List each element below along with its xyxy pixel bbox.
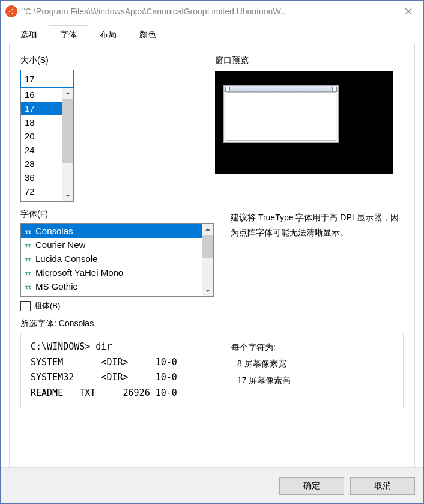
size-option[interactable]: 18	[21, 115, 62, 129]
chevron-down-icon	[65, 193, 70, 198]
ok-button[interactable]: 确定	[279, 477, 344, 495]
char-height: 17 屏幕像素高	[231, 372, 291, 389]
font-option-label: Consolas	[35, 224, 73, 238]
size-listbox[interactable]: 1617182024283672	[20, 88, 74, 202]
ubuntu-icon	[5, 5, 17, 17]
font-sample: C:\WINDOWS> dir SYSTEM <DIR> 10-0 SYSTEM…	[31, 339, 214, 401]
tab-strip: 选项字体布局颜色	[9, 25, 415, 44]
size-option[interactable]: 17	[21, 102, 62, 115]
scroll-thumb[interactable]	[62, 99, 73, 163]
bold-label: 粗体(B)	[34, 300, 60, 311]
sample-group: 所选字体: Consolas C:\WINDOWS> dir SYSTEM <D…	[20, 318, 404, 408]
truetype-icon: ᴛᴛ	[25, 241, 33, 249]
dialog-body: 选项字体布局颜色 大小(S) 1617182024283672	[1, 22, 423, 467]
chevron-up-icon	[205, 227, 210, 232]
preview-window-titlebar	[224, 86, 338, 92]
size-option[interactable]: 20	[21, 129, 62, 143]
font-option[interactable]: ᴛᴛCourier New	[21, 238, 202, 252]
char-metrics-title: 每个字符为:	[231, 339, 291, 356]
bold-checkbox[interactable]	[20, 301, 31, 311]
size-label: 大小(S)	[20, 55, 198, 66]
font-option[interactable]: ᴛᴛConsolas	[21, 224, 202, 238]
tab-0[interactable]: 选项	[9, 25, 49, 44]
preview-window-frame	[223, 85, 339, 143]
truetype-icon: ᴛᴛ	[25, 269, 33, 276]
svg-point-0	[9, 10, 11, 12]
font-option[interactable]: ᴛᴛMicrosoft YaHei Mono	[21, 266, 202, 279]
preview-label: 窗口预览	[215, 55, 404, 66]
window-title: "C:\Program Files\WindowsApps\CanonicalG…	[22, 7, 395, 16]
svg-text:ᴛᴛ: ᴛᴛ	[25, 270, 31, 276]
window-preview	[215, 71, 393, 174]
chevron-down-icon	[205, 288, 210, 293]
scroll-down-button[interactable]	[202, 285, 213, 296]
font-option[interactable]: ᴛᴛLucida Console	[21, 252, 202, 266]
truetype-icon: ᴛᴛ	[25, 255, 33, 263]
size-option[interactable]: 36	[21, 171, 62, 184]
button-bar: 确定 取消	[1, 467, 423, 503]
titlebar: "C:\Program Files\WindowsApps\CanonicalG…	[1, 1, 423, 22]
tab-1[interactable]: 字体	[49, 25, 88, 44]
size-option[interactable]: 28	[21, 157, 62, 171]
font-label: 字体(F)	[20, 209, 214, 220]
font-option-label: Microsoft YaHei Mono	[35, 266, 123, 279]
scroll-down-button[interactable]	[62, 190, 73, 201]
scroll-thumb[interactable]	[202, 235, 213, 258]
font-option[interactable]: ᴛᴛMS Gothic	[21, 279, 202, 293]
cancel-button[interactable]: 取消	[350, 477, 415, 495]
svg-point-1	[12, 8, 14, 10]
svg-text:ᴛᴛ: ᴛᴛ	[25, 284, 31, 290]
properties-dialog: "C:\Program Files\WindowsApps\CanonicalG…	[0, 0, 424, 504]
preview-window-body	[226, 92, 336, 141]
scroll-up-button[interactable]	[202, 224, 213, 235]
font-group: 字体(F) ᴛᴛConsolasᴛᴛCourier NewᴛᴛLucida Co…	[20, 209, 214, 311]
tab-2[interactable]: 布局	[88, 25, 128, 44]
size-option[interactable]: 16	[21, 88, 62, 102]
size-option[interactable]: 24	[21, 143, 62, 157]
char-metrics: 每个字符为: 8 屏幕像素宽 17 屏幕像素高	[231, 339, 291, 401]
scroll-track[interactable]	[62, 99, 73, 190]
font-option-label: Courier New	[35, 238, 85, 252]
scroll-track[interactable]	[202, 235, 213, 285]
close-button[interactable]	[395, 2, 422, 21]
sample-label: 所选字体: Consolas	[20, 318, 404, 329]
size-input[interactable]	[20, 70, 74, 88]
tab-panel-font: 大小(S) 1617182024283672 窗口预览	[9, 44, 415, 467]
char-width: 8 屏幕像素宽	[231, 356, 291, 372]
svg-text:ᴛᴛ: ᴛᴛ	[25, 257, 31, 263]
close-icon	[405, 8, 412, 15]
scroll-up-button[interactable]	[62, 88, 73, 99]
truetype-icon: ᴛᴛ	[25, 283, 33, 290]
font-listbox[interactable]: ᴛᴛConsolasᴛᴛCourier NewᴛᴛLucida Consoleᴛ…	[20, 223, 214, 297]
font-option-label: Lucida Console	[35, 252, 97, 266]
svg-text:ᴛᴛ: ᴛᴛ	[25, 243, 31, 249]
font-scrollbar[interactable]	[202, 224, 213, 296]
chevron-up-icon	[65, 91, 70, 96]
size-group: 大小(S) 1617182024283672	[20, 55, 198, 202]
size-scrollbar[interactable]	[62, 88, 73, 201]
size-option[interactable]: 72	[21, 184, 62, 198]
font-option-label: MS Gothic	[35, 279, 77, 293]
svg-point-2	[12, 12, 14, 14]
preview-group: 窗口预览	[215, 55, 404, 202]
truetype-icon: ᴛᴛ	[25, 228, 33, 235]
font-hint: 建议将 TrueType 字体用于高 DPI 显示器，因为点阵字体可能无法清晰显…	[231, 209, 404, 311]
svg-text:ᴛᴛ: ᴛᴛ	[25, 229, 31, 235]
tab-3[interactable]: 颜色	[128, 25, 168, 44]
